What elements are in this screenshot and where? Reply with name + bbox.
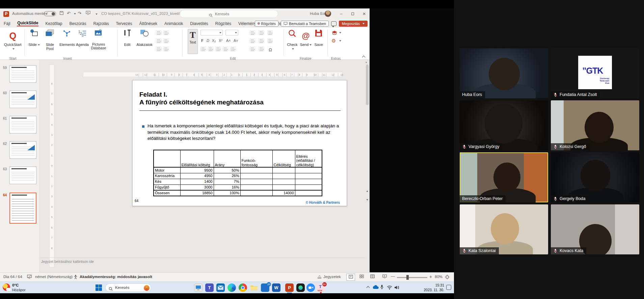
video-tile-bereczki-orban-peter-speaking[interactable]: Bereczki-Orban Peter <box>460 152 548 202</box>
bullet-list-icon[interactable] <box>250 47 255 51</box>
video-tile-kolozsi-gergo[interactable]: Kolozsi Gergő <box>551 100 639 150</box>
speaker-icon[interactable] <box>394 285 399 291</box>
tab-attunesek[interactable]: Áttűnések <box>139 21 158 26</box>
onedrive-icon[interactable] <box>373 284 379 291</box>
video-tile-fundatia-antal-zsolt[interactable]: ”GTK Gazdasági Tanácsadó Klub Fundatia A… <box>551 48 639 98</box>
file-explorer-icon[interactable] <box>250 283 258 292</box>
sub-script-button[interactable]: X₂ <box>212 39 216 43</box>
tab-quickslide[interactable]: QuickSlide <box>17 21 38 26</box>
highlight-icon[interactable] <box>208 47 213 51</box>
symbol-omega-button[interactable]: Ω <box>269 47 272 52</box>
video-tile-gergely-boda[interactable]: Gergely Boda <box>551 152 639 202</box>
font-family-select[interactable] <box>200 30 223 35</box>
font-size-select[interactable] <box>225 30 238 35</box>
slide-pool-button[interactable]: Slide Pool <box>42 29 58 55</box>
notes-divider[interactable] <box>40 257 365 258</box>
tab-rajzolas[interactable]: Rajzolás <box>93 21 109 26</box>
align-left-icon[interactable] <box>250 39 255 43</box>
tab-diavetites[interactable]: Diavetítés <box>190 21 208 26</box>
zoom-out-button[interactable]: — <box>391 274 395 278</box>
teams-new-icon[interactable]: T NEW 9+ <box>317 283 325 292</box>
edge-icon[interactable] <box>227 283 236 292</box>
previous-slide-button[interactable]: ▲ <box>365 190 369 196</box>
normal-view-button[interactable] <box>346 274 355 281</box>
wifi-icon[interactable] <box>387 285 392 291</box>
slide-thumbnail-61[interactable] <box>9 116 36 133</box>
shapes-button[interactable]: Alakzatok <box>136 29 153 55</box>
close-button[interactable]: ✕ <box>359 8 369 19</box>
align-right-icon[interactable] <box>267 39 273 43</box>
slide-thumbnail-60[interactable] <box>9 91 36 108</box>
reading-view-button[interactable] <box>368 274 377 281</box>
desktop-app-icon[interactable] <box>194 283 203 292</box>
columns-icon[interactable] <box>267 30 273 35</box>
settings-gear-icon[interactable]: ⚙ <box>331 38 336 44</box>
vertical-scrollbar[interactable]: ▴ ▲ ▼ <box>365 60 369 272</box>
font-color-icon[interactable] <box>200 47 206 51</box>
bold-button[interactable]: F <box>201 39 204 43</box>
slide-position[interactable]: Dia 64 / 64 <box>3 275 22 279</box>
zoom-in-button[interactable]: + <box>429 274 432 279</box>
text-box-icon[interactable] <box>230 47 236 51</box>
slide-thumbnail-panel[interactable]: 59 60 61 62 63 64 <box>0 60 40 272</box>
text-effects-icon[interactable] <box>223 47 228 51</box>
elements-button[interactable]: Elements <box>59 29 74 55</box>
save-icon[interactable] <box>59 11 64 16</box>
next-slide-button[interactable]: ▼ <box>365 198 369 205</box>
zoom-level[interactable]: 80% <box>435 275 442 279</box>
eyedropper-icon[interactable] <box>156 47 161 51</box>
clock[interactable]: 15:31 2023. 11. 30. <box>424 283 444 292</box>
video-tile-kovacs-kata[interactable]: Kovacs Kata <box>551 204 639 254</box>
video-tile-kata-szalontai[interactable]: Kata Szalontai <box>460 204 548 254</box>
present-in-teams-button[interactable]: Bemutató a Teamsben <box>281 21 329 27</box>
weather-icon[interactable] <box>3 283 10 291</box>
slideshow-view-button[interactable] <box>380 274 389 281</box>
tab-rogzites[interactable]: Rögzítés <box>215 21 232 26</box>
tab-tervezes[interactable]: Tervezés <box>115 21 132 26</box>
tray-overflow-icon[interactable] <box>367 286 370 290</box>
text-tool-button[interactable]: T Text <box>188 29 198 54</box>
send-button[interactable]: @ Send <box>300 29 312 55</box>
clear-format-icon[interactable] <box>163 47 169 51</box>
save-red-button[interactable]: Save <box>313 29 325 55</box>
chrome-icon[interactable] <box>239 283 247 292</box>
line-spacing-icon[interactable] <box>250 30 255 35</box>
tab-kezdolap[interactable]: Kezdőlap <box>45 21 62 26</box>
redo-icon[interactable]: ↷ <box>78 11 81 16</box>
char-spacing-icon[interactable] <box>215 47 221 51</box>
share-button[interactable]: Megosztás <box>339 21 368 27</box>
microphone-tray-icon[interactable] <box>380 284 384 291</box>
undo-icon[interactable]: ↶ <box>67 11 71 16</box>
format-painter-icon[interactable] <box>163 30 169 35</box>
powerpoint-app-icon[interactable]: P <box>3 11 9 17</box>
zoom-slider-track[interactable] <box>397 277 427 278</box>
paste-icon[interactable] <box>156 39 161 43</box>
zoom-slider-handle[interactable] <box>406 275 409 280</box>
webex-icon[interactable] <box>296 283 305 292</box>
agenda-button[interactable]: 123 Agenda <box>76 29 89 55</box>
scrollbar-thumb[interactable] <box>366 65 369 105</box>
pen-icon[interactable] <box>163 39 169 43</box>
accessibility-status[interactable]: Akadálymentesség: módosítás javasolt <box>80 275 152 279</box>
search-box[interactable]: Keresés <box>180 10 278 18</box>
align-center-icon[interactable] <box>259 39 264 43</box>
mail-icon[interactable] <box>216 283 225 292</box>
undo-dropdown-icon[interactable] <box>74 13 76 15</box>
shrink-font-button[interactable]: A˅ <box>234 39 238 43</box>
super-script-button[interactable]: X² <box>219 39 222 43</box>
slide-button[interactable]: Slide <box>27 29 41 55</box>
word-icon[interactable]: W <box>272 283 280 292</box>
language-indicator[interactable]: német (Németország) <box>35 275 73 279</box>
tab-beszuras[interactable]: Beszúrás <box>69 21 86 26</box>
graduation-cap-icon[interactable] <box>331 30 338 36</box>
pictures-database-button[interactable]: Pictures Database <box>90 29 107 55</box>
video-tile-huba-eors[interactable]: Huba Eors <box>460 48 548 98</box>
autosave-toggle[interactable]: ✓ <box>44 11 56 16</box>
grow-font-button[interactable]: A˄ <box>226 39 231 43</box>
slide-thumbnail-64-selected[interactable] <box>9 193 36 224</box>
slide-canvas[interactable]: Feladat I. A fűnyíró célköltségének megh… <box>132 80 347 206</box>
start-button[interactable] <box>96 284 102 291</box>
slide-thumbnail-59[interactable] <box>9 65 36 83</box>
video-tile-vargyasi-gyorgy[interactable]: Vargyasi György <box>460 100 548 150</box>
slideshow-icon[interactable] <box>86 11 90 16</box>
